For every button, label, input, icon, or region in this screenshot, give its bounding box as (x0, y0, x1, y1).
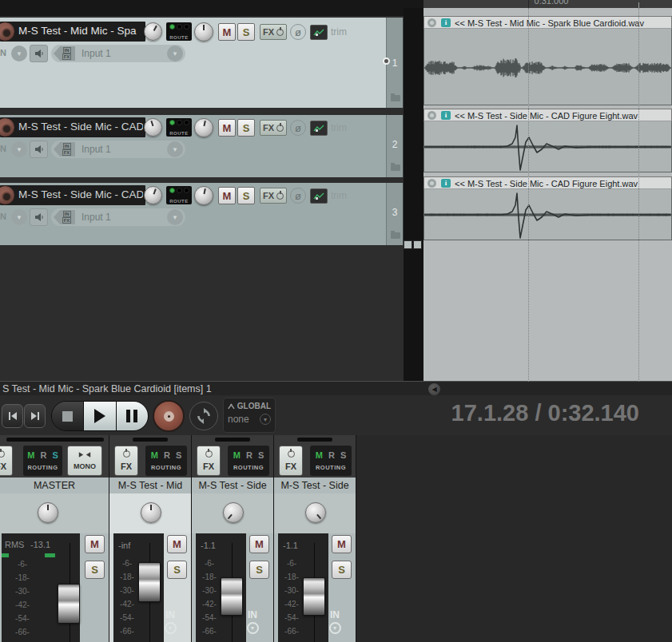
input-fx-badge[interactable]: INFX (54, 210, 75, 224)
strip-handle[interactable] (297, 438, 332, 442)
track-number-strip[interactable]: 3 (386, 183, 404, 245)
fx-button[interactable]: FX (114, 446, 138, 476)
input-selector-dropdown-icon[interactable]: ▼ (167, 46, 183, 61)
pan-knob[interactable] (141, 502, 161, 523)
fx-power-icon[interactable] (276, 29, 284, 36)
mute-button[interactable]: M (218, 119, 236, 137)
input-dropdown-icon[interactable]: ▼ (247, 622, 259, 634)
track-name[interactable]: M-S Test - Side Mic - CAD (18, 188, 143, 200)
input-button[interactable]: IN ▼ (154, 609, 186, 634)
input-selector-dropdown-icon[interactable]: ▼ (167, 209, 183, 225)
volume-knob[interactable] (194, 22, 213, 42)
strip-handle[interactable] (215, 438, 250, 442)
strip-handle[interactable] (133, 438, 168, 442)
trim-mode-label[interactable]: trim (331, 122, 347, 133)
mute-button[interactable]: M (249, 535, 269, 553)
solo-button[interactable]: S (237, 187, 255, 204)
solo-button[interactable]: S (249, 561, 269, 579)
repeat-button[interactable] (189, 402, 218, 430)
pan-knob[interactable] (144, 118, 162, 137)
media-item-2[interactable]: i << M-S Test - Side Mic - CAD Figure Ei… (423, 109, 672, 172)
timeline-ruler[interactable]: 0:31.000 (423, 0, 672, 8)
item-info-icon[interactable]: i (441, 18, 451, 27)
fx-button[interactable]: FX (260, 120, 287, 136)
input-selector[interactable]: INFX Input 1 ▼ (51, 45, 185, 62)
mute-button[interactable]: M (167, 535, 187, 553)
solo-button[interactable]: S (167, 561, 187, 579)
phase-button[interactable]: ø (290, 24, 306, 40)
input-button[interactable]: IN ▼ (237, 609, 268, 634)
solo-button[interactable]: S (237, 119, 255, 137)
pause-button[interactable] (117, 402, 148, 430)
routing-button[interactable]: MRS ROUTING (145, 446, 187, 476)
envelope-button[interactable] (310, 25, 328, 40)
routing-button[interactable]: MRS ROUTING (310, 446, 352, 476)
input-dropdown-icon[interactable]: ▼ (11, 141, 27, 157)
mixer-strip-master[interactable]: FX MRS ROUTING MONO MASTER RMS -13.1 -6-… (0, 435, 109, 642)
track-panel-3[interactable]: M-S Test - Side Mic - CAD ROUTE M S FX ø… (0, 183, 404, 245)
global-automation-control[interactable]: GLOBAL none ▼ (223, 398, 276, 433)
routing-button[interactable]: MRS ROUTING (228, 446, 269, 476)
pan-knob[interactable] (144, 186, 162, 204)
fx-power-icon[interactable] (276, 192, 284, 200)
track-number-strip[interactable]: 1 (386, 18, 404, 108)
monitor-button[interactable] (30, 141, 48, 158)
master-pan-knob[interactable] (38, 502, 58, 523)
fx-power-icon[interactable] (276, 125, 284, 132)
track-name[interactable]: M-S Test - Mid Mic - Spa (18, 25, 143, 37)
trim-mode-label[interactable]: trim (331, 26, 347, 38)
track-panel-1[interactable]: M-S Test - Mid Mic - Spa ROUTE M S FX ø … (0, 18, 404, 108)
folder-icon[interactable] (391, 164, 400, 171)
vertical-zoom-button-1[interactable] (404, 240, 412, 249)
input-dropdown-icon[interactable]: ▼ (11, 46, 27, 61)
mute-button[interactable]: M (218, 23, 236, 41)
scroll-left-button[interactable]: ◀ (428, 383, 440, 395)
master-mute-button[interactable]: M (85, 535, 105, 553)
vertical-zoom-button-2[interactable] (413, 240, 422, 249)
go-to-end-button[interactable] (24, 404, 46, 428)
input-dropdown-icon[interactable]: ▼ (11, 209, 27, 225)
master-solo-button[interactable]: S (85, 561, 105, 579)
track-panel-2[interactable]: M-S Test - Side Mic - CAD ROUTE M S FX ø… (0, 115, 404, 177)
mute-button[interactable]: M (218, 187, 236, 204)
media-item-3[interactable]: i << M-S Test - Side Mic - CAD Figure Ei… (423, 176, 672, 240)
input-selector[interactable]: INFX Input 1 ▼ (51, 208, 185, 226)
mixer-strip-2[interactable]: FX MRS ROUTING M-S Test - Side -1.1 -6--… (192, 435, 274, 642)
input-fx-badge[interactable]: INFX (54, 46, 75, 61)
trim-mode-label[interactable]: trim (331, 190, 347, 201)
item-mute-icon[interactable] (427, 179, 436, 188)
fx-button[interactable]: FX (260, 24, 287, 40)
track-name[interactable]: M-S Test - Side Mic - CAD (18, 121, 143, 133)
master-fx-button[interactable]: FX (0, 446, 13, 476)
item-waveform[interactable] (423, 28, 672, 105)
mixer-strip-1[interactable]: FX MRS ROUTING M-S Test - Mid -inf -6--1… (109, 435, 192, 642)
input-dropdown-icon[interactable]: ▼ (165, 622, 177, 634)
item-header[interactable]: i << M-S Test - Side Mic - CAD Figure Ei… (423, 176, 672, 188)
item-info-icon[interactable]: i (441, 111, 451, 120)
master-fader[interactable] (58, 584, 80, 624)
fx-button[interactable]: FX (279, 446, 303, 476)
input-button[interactable]: IN ▼ (319, 609, 351, 634)
go-to-start-button[interactable] (2, 404, 23, 428)
record-button[interactable] (153, 400, 185, 432)
envelope-button[interactable] (310, 121, 328, 136)
solo-button[interactable]: S (237, 23, 255, 41)
folder-icon[interactable] (391, 232, 400, 239)
item-mute-icon[interactable] (427, 18, 436, 27)
route-button[interactable]: ROUTE (166, 118, 192, 137)
pan-knob[interactable] (305, 502, 326, 523)
stop-button[interactable] (52, 402, 84, 430)
master-routing-button[interactable]: MRS ROUTING (23, 446, 62, 476)
input-selector[interactable]: INFX Input 1 ▼ (51, 141, 185, 158)
envelope-button[interactable] (310, 188, 328, 204)
volume-knob[interactable] (194, 186, 213, 205)
item-mute-icon[interactable] (427, 111, 436, 120)
solo-button[interactable]: S (332, 561, 352, 579)
play-button[interactable] (84, 402, 116, 430)
volume-knob[interactable] (194, 118, 213, 137)
pan-knob[interactable] (144, 22, 162, 41)
strip-handle[interactable] (6, 438, 104, 442)
input-dropdown-icon[interactable]: ▼ (329, 622, 341, 634)
monitor-button[interactable] (30, 45, 48, 62)
mono-button[interactable]: MONO (67, 446, 102, 476)
